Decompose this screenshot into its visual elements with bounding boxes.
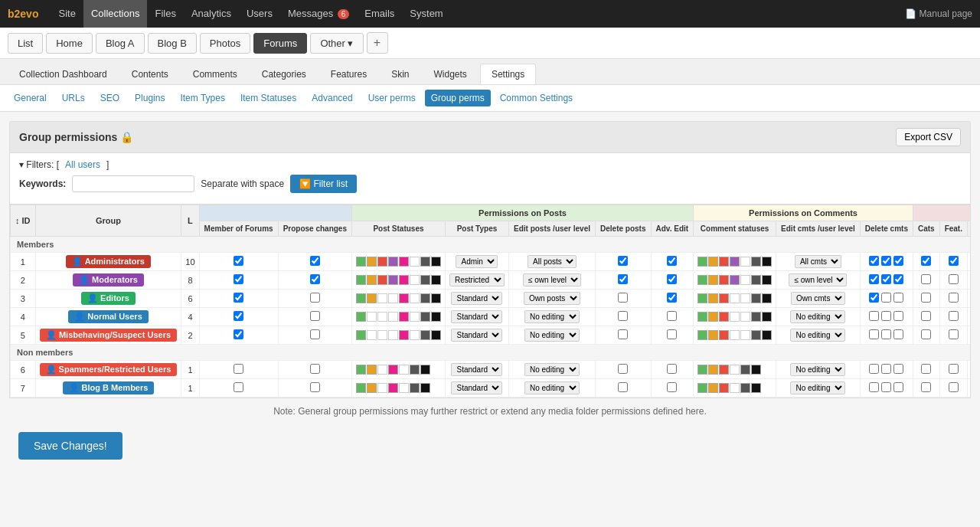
post-types-select[interactable]: Standard	[451, 310, 502, 323]
row-propose[interactable]	[278, 308, 351, 326]
tab-list[interactable]: List	[8, 33, 43, 54]
member-forums-check[interactable]	[234, 274, 243, 284]
row-member-forums[interactable]	[199, 253, 278, 271]
feat-check[interactable]	[949, 293, 959, 303]
member-forums-check[interactable]	[234, 311, 243, 321]
member-forums-check[interactable]	[234, 293, 243, 303]
row-edit-posts[interactable]: ≤ own level	[508, 271, 595, 290]
keywords-input[interactable]	[72, 175, 194, 192]
row-member-forums[interactable]	[199, 379, 278, 398]
edit-posts-select[interactable]: ≤ own level	[523, 273, 581, 286]
tab-contents[interactable]: Contents	[120, 64, 180, 84]
row-adv-edit[interactable]	[651, 253, 694, 271]
row-adv-edit[interactable]	[651, 271, 694, 290]
edit-cmts-select[interactable]: No editing	[790, 381, 845, 394]
row-edit-posts[interactable]: No editing	[508, 308, 595, 326]
row-cats[interactable]	[913, 308, 939, 326]
post-types-select[interactable]: Standard	[451, 329, 502, 342]
delete-posts-check[interactable]	[618, 274, 628, 284]
row-feat[interactable]	[939, 290, 967, 308]
row-post-types[interactable]: Standard	[445, 326, 508, 345]
subnav-user-perms[interactable]: User perms	[362, 90, 422, 106]
delete-posts-check[interactable]	[618, 256, 628, 266]
save-changes-button[interactable]: Save Changes!	[18, 432, 122, 460]
feat-check[interactable]	[949, 364, 959, 374]
row-delete-posts[interactable]	[596, 271, 651, 290]
cats-check[interactable]	[921, 329, 931, 339]
row-propose[interactable]	[278, 326, 351, 345]
adv-edit-check[interactable]	[667, 293, 677, 303]
row-coll-admin[interactable]	[967, 290, 971, 308]
tab-home[interactable]: Home	[46, 33, 93, 54]
row-member-forums[interactable]	[199, 361, 278, 379]
edit-posts-select[interactable]: No editing	[524, 310, 580, 323]
row-delete-posts[interactable]	[596, 308, 651, 326]
subnav-item-types[interactable]: Item Types	[174, 90, 230, 106]
row-delete-posts[interactable]	[596, 361, 651, 379]
del-cmts-1[interactable]	[869, 256, 879, 266]
member-forums-check[interactable]	[234, 329, 243, 339]
subnav-plugins[interactable]: Plugins	[129, 90, 171, 106]
feat-check[interactable]	[949, 311, 959, 321]
row-post-types[interactable]: Standard	[445, 361, 508, 379]
row-adv-edit[interactable]	[651, 308, 694, 326]
row-post-types[interactable]: Restricted	[445, 271, 508, 290]
nav-collections[interactable]: Collections	[83, 0, 148, 28]
propose-check[interactable]	[310, 274, 320, 284]
feat-check[interactable]	[949, 274, 959, 284]
del-cmts-2[interactable]	[881, 382, 891, 392]
del-cmts-2[interactable]	[881, 311, 891, 321]
cats-check[interactable]	[921, 382, 931, 392]
delete-posts-check[interactable]	[618, 382, 628, 392]
propose-check[interactable]	[310, 364, 320, 374]
edit-posts-select[interactable]: No editing	[524, 329, 580, 342]
del-cmts-3[interactable]	[893, 311, 903, 321]
row-cats[interactable]	[913, 253, 939, 271]
del-cmts-3[interactable]	[893, 256, 903, 266]
edit-cmts-select[interactable]: No editing	[790, 310, 845, 323]
row-edit-cmts[interactable]: No editing	[776, 308, 861, 326]
subnav-item-statuses[interactable]: Item Statuses	[234, 90, 302, 106]
row-coll-admin[interactable]	[967, 361, 971, 379]
all-users-filter[interactable]: All users	[65, 159, 100, 170]
tab-features[interactable]: Features	[319, 64, 378, 84]
row-edit-posts[interactable]: No editing	[508, 361, 595, 379]
post-types-select[interactable]: Standard	[451, 381, 502, 394]
row-coll-admin[interactable]	[967, 326, 971, 345]
tab-blog-b[interactable]: Blog B	[148, 33, 197, 54]
edit-cmts-select[interactable]: No editing	[790, 329, 845, 342]
subnav-seo[interactable]: SEO	[94, 90, 126, 106]
adv-edit-check[interactable]	[667, 364, 677, 374]
row-edit-posts[interactable]: No editing	[508, 326, 595, 345]
row-delete-posts[interactable]	[596, 326, 651, 345]
propose-check[interactable]	[310, 329, 320, 339]
row-delete-posts[interactable]	[596, 379, 651, 398]
propose-check[interactable]	[310, 256, 320, 266]
del-cmts-1[interactable]	[869, 274, 879, 284]
manual-page-link[interactable]: 📄 Manual page	[905, 8, 972, 19]
del-cmts-2[interactable]	[881, 329, 891, 339]
nav-files[interactable]: Files	[147, 0, 183, 28]
cats-check[interactable]	[921, 256, 931, 266]
nav-system[interactable]: System	[402, 0, 450, 28]
edit-cmts-select[interactable]: ≤ own level	[789, 273, 847, 286]
subnav-urls[interactable]: URLs	[56, 90, 91, 106]
row-coll-admin[interactable]	[967, 253, 971, 271]
adv-edit-check[interactable]	[667, 382, 677, 392]
tab-collection-dashboard[interactable]: Collection Dashboard	[8, 64, 119, 84]
del-cmts-3[interactable]	[893, 329, 903, 339]
row-cats[interactable]	[913, 271, 939, 290]
tab-other[interactable]: Other ▾	[310, 33, 363, 54]
row-edit-posts[interactable]: No editing	[508, 379, 595, 398]
propose-check[interactable]	[310, 382, 320, 392]
del-cmts-2[interactable]	[881, 256, 891, 266]
delete-posts-check[interactable]	[618, 293, 628, 303]
cats-check[interactable]	[921, 293, 931, 303]
tab-categories[interactable]: Categories	[250, 64, 318, 84]
tab-widgets[interactable]: Widgets	[423, 64, 479, 84]
row-propose[interactable]	[278, 361, 351, 379]
cats-check[interactable]	[921, 364, 931, 374]
row-feat[interactable]	[939, 308, 967, 326]
export-csv-button[interactable]: Export CSV	[896, 128, 961, 146]
row-coll-admin[interactable]	[967, 308, 971, 326]
